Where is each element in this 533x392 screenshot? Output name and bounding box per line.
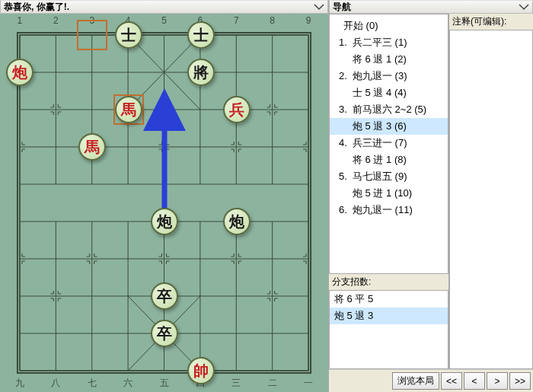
nav-button-row: 浏览本局 << < > >> [329, 369, 533, 392]
move-list-item[interactable]: 将 6 进 1 (8) [330, 151, 448, 168]
last-button[interactable]: >> [509, 372, 531, 390]
svg-text:二: 二 [268, 378, 277, 388]
move-list-item[interactable]: 前马退六 2~2 (5) [330, 101, 448, 118]
svg-text:六: 六 [123, 378, 132, 388]
svg-text:三: 三 [231, 378, 241, 388]
nav-title: 导航 [333, 1, 351, 14]
svg-text:一: 一 [304, 378, 313, 388]
move-list-item[interactable]: 士 5 退 4 (4) [330, 84, 448, 101]
piece-red[interactable]: 兵 [223, 96, 251, 123]
prev-button[interactable]: < [464, 372, 485, 390]
piece-red[interactable]: 馬 [115, 96, 142, 123]
piece-red[interactable]: 馬 [78, 133, 106, 161]
nav-title-bar: 导航 [329, 0, 533, 14]
minimize-icon[interactable] [314, 3, 324, 11]
next-button[interactable]: > [487, 372, 508, 390]
branch-item[interactable]: 将 6 平 5 [330, 291, 448, 308]
browse-button[interactable]: 浏览本局 [392, 372, 439, 390]
board-title: 恭喜你, 你赢了!. [4, 1, 69, 14]
piece-black[interactable]: 卒 [151, 320, 178, 347]
svg-text:八: 八 [51, 378, 60, 388]
piece-black[interactable]: 士 [187, 21, 215, 49]
first-button[interactable]: << [441, 372, 462, 390]
piece-red[interactable]: 炮 [6, 59, 34, 86]
svg-text:七: 七 [88, 378, 97, 388]
move-list-item[interactable]: 炮九退一 (11) [330, 202, 448, 218]
piece-black[interactable]: 士 [115, 21, 142, 49]
svg-text:2: 2 [53, 15, 59, 26]
piece-black[interactable]: 炮 [223, 208, 251, 235]
svg-text:5: 5 [161, 15, 167, 26]
piece-black[interactable]: 炮 [151, 208, 178, 235]
svg-text:7: 7 [234, 15, 239, 26]
minimize-icon[interactable] [519, 3, 529, 11]
piece-red[interactable]: 帥 [187, 357, 215, 384]
xiangqi-board[interactable]: 123456789九八七六五四三二一 士士將炮馬兵馬炮炮卒卒帥 [0, 14, 328, 392]
comment-label: 注释(可编辑): [449, 14, 533, 30]
svg-text:五: 五 [160, 378, 169, 388]
move-list-item[interactable]: 将 6 退 1 (2) [330, 51, 448, 68]
move-list-item[interactable]: 马七退五 (9) [330, 168, 448, 185]
move-list-item[interactable]: 炮 5 退 3 (6) [330, 118, 448, 135]
branch-item[interactable]: 炮 5 退 3 [330, 308, 448, 324]
svg-text:九: 九 [15, 378, 24, 388]
branch-list[interactable]: 将 6 平 5炮 5 退 3 [329, 290, 448, 369]
move-list-item[interactable]: 兵三进一 (7) [330, 135, 448, 151]
branch-label: 分支招数: [329, 274, 448, 290]
move-list[interactable]: 开始 (0)兵二平三 (1)将 6 退 1 (2)炮九退一 (3)士 5 退 4… [329, 14, 448, 274]
move-list-item[interactable]: 炮 5 进 1 (10) [330, 185, 448, 202]
svg-text:8: 8 [270, 15, 275, 26]
move-list-item[interactable]: 兵二平三 (1) [330, 34, 448, 51]
comment-textarea[interactable] [449, 30, 533, 369]
piece-black[interactable]: 將 [187, 59, 215, 86]
board-title-bar: 恭喜你, 你赢了!. [0, 0, 328, 14]
svg-text:1: 1 [18, 15, 23, 26]
move-highlight [77, 20, 107, 50]
move-list-item[interactable]: 炮九退一 (3) [330, 68, 448, 84]
piece-black[interactable]: 卒 [151, 282, 178, 310]
svg-text:9: 9 [306, 15, 311, 26]
move-list-item[interactable]: 开始 (0) [330, 18, 448, 34]
